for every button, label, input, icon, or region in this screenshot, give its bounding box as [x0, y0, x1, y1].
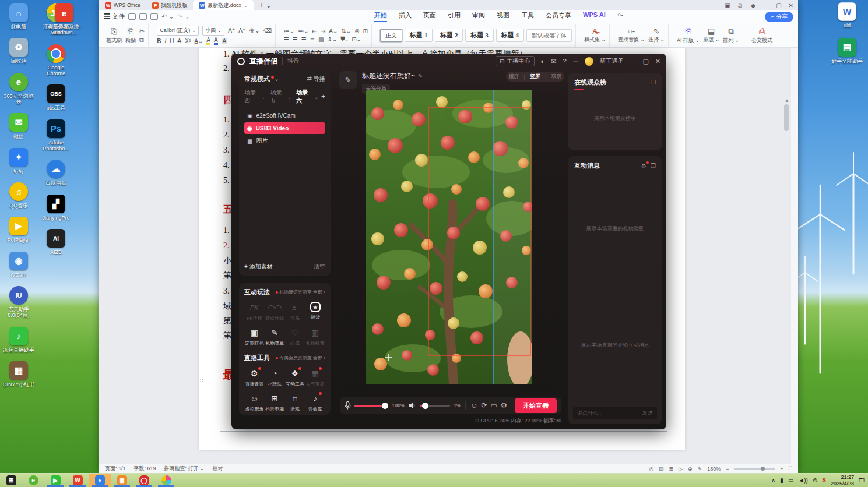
speaker-icon[interactable] [409, 402, 416, 409]
zoom-out-button[interactable]: − [726, 466, 729, 472]
zoom-level[interactable]: 180% [707, 466, 721, 472]
tab-wps-office[interactable]: WWPS Office [99, 0, 146, 10]
taskbar-recorder[interactable]: ◯ [133, 474, 155, 487]
font-size-select[interactable]: 小四 ⌄ [202, 26, 224, 36]
usb-icon[interactable]: ▮ [780, 477, 783, 484]
layout-icon[interactable]: ▣ [725, 2, 730, 9]
desktop-icon-baidu-pan[interactable]: ☁百度网盘 [38, 160, 73, 186]
style-heading2[interactable]: 标题 2 [435, 29, 463, 42]
notification-center-icon[interactable]: 🗔 [859, 477, 865, 484]
play-audience-link[interactable]: ◠◠观众连线 [265, 302, 285, 322]
clear-button[interactable]: 清空 [314, 263, 325, 271]
menu-view[interactable]: 视图 [497, 11, 509, 22]
taskbar-orange-app[interactable]: ▣ [111, 474, 133, 487]
screen-share-icon[interactable]: ▭ [491, 401, 497, 410]
ime-icon[interactable]: ⊜ [813, 477, 817, 484]
redo-icon[interactable]: ↷ ⌄ [178, 13, 191, 20]
tool-mini-play[interactable]: ◔小玩法 [265, 368, 285, 387]
file-menu[interactable]: ☰ 文件 [104, 12, 125, 21]
share-button[interactable]: 🗲 分享 [765, 12, 793, 22]
menu-page[interactable]: 页面 [423, 11, 436, 22]
copy-icon[interactable]: ⧉ [139, 36, 145, 44]
desktop-icon-hongtian[interactable]: iU宏天助手8.0(64位) [1, 286, 36, 319]
undo-icon[interactable]: ↶ ⌄ [161, 13, 174, 20]
theme-icon[interactable]: ◐ [541, 58, 545, 65]
desktop-icon-photoshop[interactable]: PsAdobe Photosho... [38, 119, 73, 152]
app-maximize-button[interactable]: ▢ [642, 58, 648, 65]
text-effects-icon[interactable]: 变⌄ [249, 27, 259, 35]
text-outline-icon[interactable]: A̲⌄ [194, 38, 203, 44]
tab-current-doc[interactable]: W最新搭建.docx⌄ [193, 0, 254, 10]
mode-select[interactable]: 常规模式 [244, 75, 270, 83]
merge-icon[interactable]: ⊜ [354, 28, 359, 34]
desktop-icon-jianying[interactable]: ▞JianyingPro [38, 195, 73, 221]
start-button[interactable]: ⊞ [0, 474, 22, 487]
mic-volume-slider[interactable] [354, 405, 388, 407]
table-icon[interactable]: ⊞ [363, 28, 368, 34]
message-settings-icon[interactable]: ⚙ [641, 163, 646, 169]
beauty-icon[interactable]: ☺ [470, 401, 477, 410]
stream-settings-icon[interactable]: ⚙ [501, 401, 507, 410]
proofread[interactable]: 校对 [213, 465, 223, 472]
volume-icon[interactable]: ◄)) [798, 477, 808, 484]
search-icon[interactable]: ○‐ [617, 11, 623, 22]
play-red-packet[interactable]: ▣定期红包 [244, 327, 265, 347]
underline-button[interactable]: U [170, 38, 174, 44]
line-spacing-icon[interactable]: ⇕⌄ [328, 36, 338, 43]
desktop-icon-uid[interactable]: Wuid [830, 2, 865, 29]
tab-dual[interactable]: 双屏 [551, 73, 562, 80]
zoom-in-button[interactable]: + [780, 466, 783, 472]
anchor-center-button[interactable]: ⊡ 主播中心 [496, 56, 534, 66]
source-ivcam[interactable]: ▣e2eSoft iVCam [244, 110, 325, 121]
source-usb3-video[interactable]: ◉USB3 Video [244, 122, 325, 134]
distribute-icon[interactable]: ▤ [318, 36, 324, 43]
bell-icon[interactable]: 🕭 [737, 2, 743, 9]
style-heading1[interactable]: 标题 1 [405, 29, 433, 42]
play-gift-vote[interactable]: ▥礼物投票 [305, 327, 325, 347]
zoom-slider[interactable] [734, 468, 775, 470]
tray-expand-icon[interactable]: ∧ [771, 477, 775, 484]
desktop-icon-ivcam[interactable]: ◉iVCam [1, 252, 36, 278]
scroll-up-icon[interactable]: ▲ [784, 98, 790, 103]
save-icon[interactable] [128, 13, 136, 20]
chat-input[interactable] [577, 410, 642, 416]
tool-ecommerce[interactable]: ⊞抖音电商 [265, 393, 285, 412]
fullscreen-icon[interactable]: ⛶ [789, 465, 792, 472]
sort-icon[interactable]: ⇅⌄ [341, 28, 351, 34]
indent-icon[interactable]: ⇥ [321, 28, 325, 34]
outdent-icon[interactable]: ⇤ [312, 28, 317, 34]
menu-insert[interactable]: 插入 [399, 11, 412, 22]
bullet-list-icon[interactable]: ≔⌄ [284, 28, 294, 34]
select-button[interactable]: ⇖选择 ⌄ [648, 27, 665, 44]
new-tab-button[interactable]: + ⌄ [254, 0, 277, 10]
doc-scrollbar[interactable]: ▲ [784, 98, 790, 452]
bold-button[interactable]: B [157, 38, 161, 44]
tab-portrait[interactable]: 竖屏 [530, 73, 540, 80]
app-close-button[interactable]: ✕ [655, 58, 660, 65]
desktop-icon-aizb[interactable]: AIAIZB [38, 229, 73, 255]
tools-all-link[interactable]: 全部 › [313, 355, 325, 361]
desktop-icon-voice-live[interactable]: ♪语音直播助手 [1, 327, 36, 353]
tab-landscape[interactable]: 横屏 [508, 73, 519, 80]
char-shading-button[interactable]: A [222, 38, 228, 44]
feedback-icon[interactable]: ✉ [551, 58, 556, 65]
tool-popularity[interactable]: ▦人气宝箱 [305, 368, 325, 387]
popout-icon[interactable]: ❐ [651, 163, 656, 169]
menu-icon[interactable]: ☰ [573, 58, 579, 65]
source-image[interactable]: ▦图片 [244, 135, 325, 147]
edit-mode-icon[interactable]: ✎ [698, 466, 702, 472]
style-heading3[interactable]: 标题 3 [465, 29, 493, 42]
font-color-button[interactable]: A [214, 37, 218, 45]
taskbar-live-companion[interactable]: ♦ [89, 474, 111, 487]
taskbar-360-browser[interactable]: e [22, 474, 44, 487]
sogou-icon[interactable]: S [822, 477, 826, 484]
border-icon[interactable]: ⊡⌄ [352, 36, 361, 43]
add-scene-button[interactable]: + [321, 93, 325, 101]
align-justify-icon[interactable]: ≣ [310, 36, 315, 43]
menu-wps-ai[interactable]: WPS AI [583, 11, 606, 22]
play-wish[interactable]: ♡心愿 [285, 327, 305, 347]
close-button[interactable]: ✕ [789, 2, 793, 9]
find-replace-button[interactable]: ○‐查找替换 ⌄ [618, 27, 645, 44]
play-gift-menu[interactable]: ✎礼物菜单 [265, 327, 285, 347]
desktop-icon-chrome[interactable]: Google Chrome [38, 44, 73, 77]
